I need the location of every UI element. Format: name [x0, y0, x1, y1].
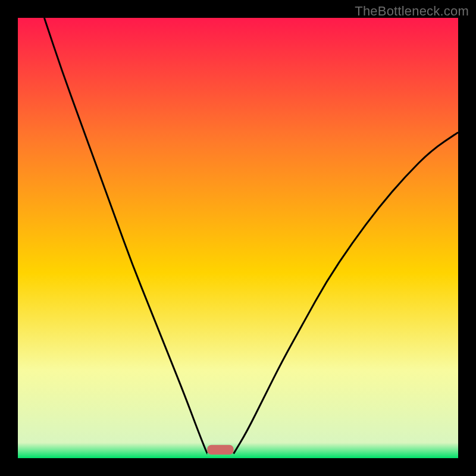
gradient-background: [18, 18, 458, 458]
optimum-marker: [207, 445, 233, 455]
chart-frame: [18, 18, 458, 458]
bottleneck-curve-chart: [18, 18, 458, 458]
watermark-text: TheBottleneck.com: [355, 4, 469, 19]
